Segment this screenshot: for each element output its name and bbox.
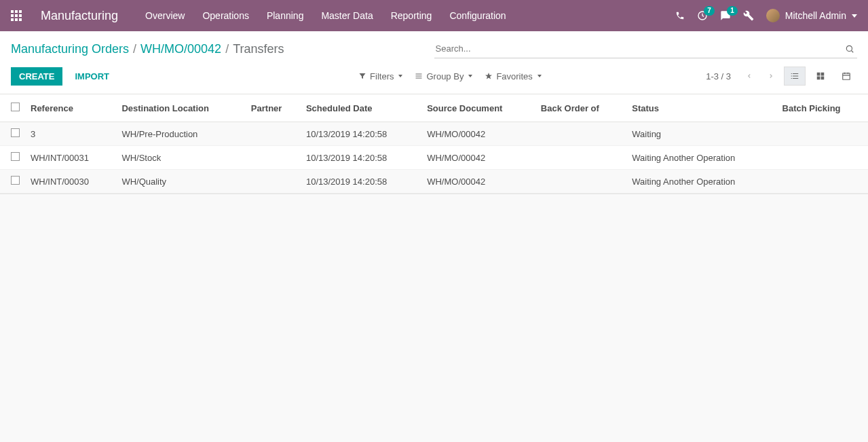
cell-reference: WH/INT/00030 <box>25 170 116 194</box>
cell-source: WH/MO/00042 <box>421 170 535 194</box>
nav-overview[interactable]: Overview <box>145 10 185 21</box>
cell-dest: WH/Stock <box>116 146 245 170</box>
kanban-view-button[interactable] <box>810 67 831 86</box>
table-row[interactable]: WH/INT/00030WH/Quality10/13/2019 14:20:5… <box>0 170 868 194</box>
col-scheduled[interactable]: Scheduled Date <box>301 94 421 122</box>
activities-badge: 7 <box>704 6 715 16</box>
breadcrumb-current: Transfers <box>233 42 284 56</box>
cell-batch <box>777 170 868 194</box>
cell-partner <box>246 170 301 194</box>
cell-source: WH/MO/00042 <box>421 122 535 146</box>
cell-scheduled: 10/13/2019 14:20:58 <box>301 170 421 194</box>
apps-icon[interactable] <box>11 10 22 21</box>
user-menu[interactable]: Mitchell Admin <box>766 9 857 22</box>
nav-menu: Overview Operations Planning Master Data… <box>145 10 675 21</box>
nav-reporting[interactable]: Reporting <box>391 10 432 21</box>
pager-prev[interactable] <box>740 69 758 84</box>
row-checkbox[interactable] <box>11 152 20 161</box>
pager-next[interactable] <box>762 69 780 84</box>
svg-point-1 <box>846 45 852 51</box>
search-icon[interactable] <box>842 44 857 54</box>
chevron-down-icon <box>398 75 402 77</box>
cell-scheduled: 10/13/2019 14:20:58 <box>301 122 421 146</box>
breadcrumb: Manufacturing Orders / WH/MO/00042 / Tra… <box>11 42 434 56</box>
nav-right: 7 1 Mitchell Admin <box>675 9 857 22</box>
col-status[interactable]: Status <box>626 94 776 122</box>
cell-scheduled: 10/13/2019 14:20:58 <box>301 146 421 170</box>
chevron-down-icon <box>852 14 857 18</box>
cell-partner <box>246 146 301 170</box>
favorites-button[interactable]: Favorites <box>485 71 541 81</box>
cell-back-order <box>535 146 626 170</box>
list-view: Reference Destination Location Partner S… <box>0 94 868 194</box>
chevron-down-icon <box>537 75 542 77</box>
tools-icon[interactable] <box>743 10 754 21</box>
nav-configuration[interactable]: Configuration <box>449 10 506 21</box>
cell-dest: WH/Quality <box>116 170 245 194</box>
table-row[interactable]: WH/INT/00031WH/Stock10/13/2019 14:20:58W… <box>0 146 868 170</box>
svg-rect-2 <box>843 73 850 79</box>
cell-status: Waiting <box>626 122 776 146</box>
cell-back-order <box>535 170 626 194</box>
create-button[interactable]: Create <box>11 67 62 86</box>
nav-operations[interactable]: Operations <box>202 10 248 21</box>
row-checkbox[interactable] <box>11 128 20 137</box>
col-source[interactable]: Source Document <box>421 94 535 122</box>
breadcrumb-root[interactable]: Manufacturing Orders <box>11 42 129 56</box>
cell-reference: WH/INT/00031 <box>25 146 116 170</box>
group-by-button[interactable]: Group By <box>415 71 472 81</box>
user-name: Mitchell Admin <box>785 10 846 21</box>
top-nav: Manufacturing Overview Operations Planni… <box>0 0 868 31</box>
select-all-checkbox[interactable] <box>11 103 20 111</box>
app-title[interactable]: Manufacturing <box>41 9 118 23</box>
col-reference[interactable]: Reference <box>25 94 116 122</box>
messages-badge: 1 <box>727 6 738 16</box>
cell-reference: 3 <box>25 122 116 146</box>
import-button[interactable]: Import <box>68 67 116 86</box>
search-bar[interactable] <box>434 39 858 58</box>
list-view-button[interactable] <box>784 67 806 86</box>
cell-partner <box>246 122 301 146</box>
avatar <box>766 9 780 22</box>
col-dest[interactable]: Destination Location <box>116 94 245 122</box>
col-back-order[interactable]: Back Order of <box>535 94 626 122</box>
cell-dest: WH/Pre-Production <box>116 122 245 146</box>
calendar-view-button[interactable] <box>835 67 857 86</box>
cell-status: Waiting Another Operation <box>626 170 776 194</box>
pager-range[interactable]: 1-3 / 3 <box>706 71 731 81</box>
chevron-down-icon <box>468 75 472 77</box>
nav-planning[interactable]: Planning <box>267 10 304 21</box>
col-partner[interactable]: Partner <box>246 94 301 122</box>
search-input[interactable] <box>434 41 843 56</box>
cell-back-order <box>535 122 626 146</box>
activities-icon[interactable]: 7 <box>697 10 708 21</box>
breadcrumb-order[interactable]: WH/MO/00042 <box>140 42 221 56</box>
col-batch[interactable]: Batch Picking <box>777 94 868 122</box>
filters-button[interactable]: Filters <box>358 71 402 81</box>
phone-icon[interactable] <box>675 11 685 20</box>
cell-status: Waiting Another Operation <box>626 146 776 170</box>
nav-master-data[interactable]: Master Data <box>321 10 373 21</box>
cell-source: WH/MO/00042 <box>421 146 535 170</box>
row-checkbox[interactable] <box>11 176 20 185</box>
cell-batch <box>777 146 868 170</box>
messages-icon[interactable]: 1 <box>720 10 731 21</box>
table-row[interactable]: 3WH/Pre-Production10/13/2019 14:20:58WH/… <box>0 122 868 146</box>
control-panel: Manufacturing Orders / WH/MO/00042 / Tra… <box>0 31 868 94</box>
transfers-table: Reference Destination Location Partner S… <box>0 94 868 194</box>
cell-batch <box>777 122 868 146</box>
